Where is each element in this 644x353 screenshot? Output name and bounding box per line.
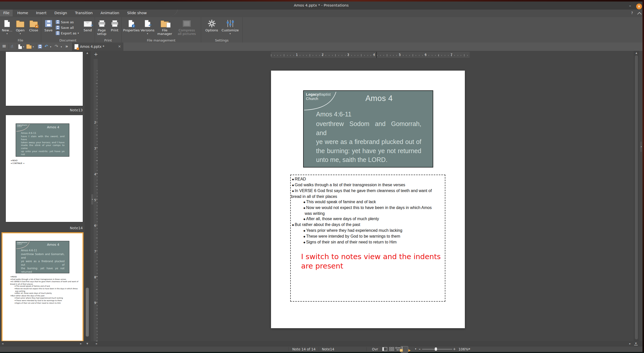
save-all-button[interactable]: Save all <box>56 25 81 30</box>
scroll-up-icon[interactable]: ▲ <box>85 51 89 54</box>
properties-button[interactable]: i Properties <box>123 19 140 32</box>
document-tab-title: Amos 4.pptx * <box>80 45 104 49</box>
ruler-number: 2 <box>94 120 96 124</box>
zoom-in-button[interactable]: + <box>453 347 456 351</box>
scroll-left-icon[interactable]: ◄ <box>1 342 5 345</box>
ruler-number: 3 <box>94 147 96 150</box>
note14-thumbnail-selected[interactable]: LegacyBaptist Church Amos 4 Amos 4:6-11 … <box>2 232 84 342</box>
ribbon-group-label: File <box>0 38 41 42</box>
main-vertical-scrollbar[interactable]: ▲ <box>634 51 639 341</box>
slide-reference: Amos 4:6-11 <box>21 132 36 134</box>
tab-close-icon[interactable]: × <box>118 44 121 48</box>
ribbon-group-print: Page setup Print Print <box>95 17 121 43</box>
menu-insert[interactable]: Insert <box>33 10 50 16</box>
dropdown-icon[interactable]: ▾ <box>78 32 79 34</box>
status-insert-mode[interactable]: Ovr <box>372 347 378 351</box>
notes-text-box[interactable]: ◆READ ◆God walks through a list of their… <box>290 175 445 302</box>
horizontal-ruler[interactable]: 1 2 3 4 5 6 7 <box>271 52 470 58</box>
menu-animation[interactable]: Animation <box>97 10 122 16</box>
note-thumbnail-partial[interactable] <box>6 52 83 106</box>
main-scroll-right-icon[interactable]: ► <box>628 342 632 345</box>
zoom-slider-thumb[interactable] <box>435 347 437 351</box>
close-button[interactable]: × <box>636 4 642 9</box>
dropdown-icon[interactable]: ▾ <box>147 32 148 35</box>
ruler-number: 4 <box>94 172 96 176</box>
view-slide-sorter-button[interactable] <box>389 347 394 351</box>
customize-button[interactable]: Customize ▾ <box>220 19 240 35</box>
page-setup-button[interactable]: Page setup <box>95 19 108 36</box>
ruler-number: 5 <box>94 198 96 202</box>
options-button[interactable]: Options <box>203 19 220 32</box>
file-manager-button[interactable]: File manager <box>155 19 174 36</box>
menu-slideshow[interactable]: Slide show <box>124 10 150 16</box>
dropdown-icon[interactable]: ▾ <box>230 32 231 35</box>
horizontal-scrollbar-row: ◄ ► ▼ ◄ ► ▼ <box>0 341 642 346</box>
dropdown-icon[interactable]: ▾ <box>20 32 21 35</box>
panel-collapse-handle[interactable]: ◂ <box>91 194 94 205</box>
main-scrollbar-thumb[interactable] <box>635 55 638 339</box>
zoom-out-button[interactable]: – <box>419 347 421 351</box>
menu-file[interactable]: File <box>0 10 13 16</box>
note13-notes-text: ▪READ ▪CONTINUE → <box>11 159 24 165</box>
menu-home[interactable]: Home <box>14 10 31 16</box>
menu-transition[interactable]: Transition <box>72 10 96 16</box>
menubar-swoosh <box>154 10 178 17</box>
slide-body: overthrew Sodom and Gomorrah, and ye wer… <box>21 253 65 273</box>
gear-icon <box>208 19 216 28</box>
panel-scrollbar[interactable]: ▲ <box>85 51 90 341</box>
main-scroll-left-icon[interactable]: ◄ <box>94 342 98 345</box>
dropdown-icon[interactable]: ▾ <box>23 46 24 48</box>
toolbar-overflow-icon[interactable]: » <box>65 44 68 49</box>
view-normal-button[interactable] <box>382 347 387 351</box>
send-button[interactable]: ➔ Send <box>81 19 95 32</box>
dropdown-icon[interactable]: ▾ <box>61 46 62 48</box>
zoom-slider-track[interactable] <box>422 349 452 349</box>
vertical-ruler[interactable]: 2 3 4 5 6 7 8 9 <box>94 59 98 341</box>
dropdown-icon[interactable]: ▾ <box>33 46 34 48</box>
open-button[interactable]: Open ▾ <box>14 19 27 35</box>
minimize-button[interactable]: – <box>628 4 632 8</box>
ruler-number: 7 <box>94 250 96 253</box>
ribbon-group-file: New… ▾ Open ▾ × Close File <box>0 17 41 43</box>
slideshow-dropdown-icon[interactable]: ▾ <box>415 347 416 350</box>
dropdown-icon[interactable]: ▾ <box>50 46 51 48</box>
scroll-up-icon[interactable]: ▲ <box>634 51 638 54</box>
slide-reference: Amos 4:6-11 <box>21 249 37 252</box>
slide-image[interactable]: LegacyBaptist Church Amos 4 Amos 4:6-11 … <box>303 90 433 168</box>
view-notes-button[interactable] <box>402 347 402 351</box>
print-button[interactable]: Print <box>108 19 121 32</box>
ruler-origin-crosshair[interactable]: + <box>94 51 98 57</box>
save-button[interactable]: Save <box>41 19 56 32</box>
new-document-icon[interactable] <box>18 44 22 50</box>
help-icon[interactable]: ? <box>631 11 633 15</box>
export-as-button[interactable]: Export as ▾ <box>56 31 81 35</box>
document-tab[interactable]: Amos 4.pptx * × <box>72 43 123 51</box>
close-document-button[interactable]: × Close <box>27 19 40 32</box>
redo-icon[interactable]: ↷ <box>55 44 58 49</box>
titlebar[interactable]: Amos 4.pptx * - Presentations – × <box>0 2 642 10</box>
menu-design[interactable]: Design <box>51 10 70 16</box>
hand-pointer-icon[interactable]: ☝ <box>11 44 13 49</box>
panel-splitter[interactable]: ◂ <box>90 51 94 346</box>
collapse-ribbon-icon[interactable] <box>637 12 642 16</box>
zoom-percent[interactable]: 106% <box>459 347 468 351</box>
hamburger-menu-icon[interactable]: ≡ <box>2 43 6 49</box>
statusbar-overflow-icon[interactable]: » <box>468 347 470 351</box>
versions-button[interactable]: ↶ Versions ▾ <box>140 19 155 35</box>
new-button[interactable]: New… ▾ <box>1 19 14 35</box>
church-logo: LegacyBaptist Church <box>17 124 27 128</box>
dropdown-icon[interactable]: ▾ <box>7 32 8 35</box>
sidebar-collapse-handle[interactable]: ◂ <box>640 141 642 152</box>
scroll-right-icon[interactable]: ► <box>79 342 83 345</box>
note13-thumbnail[interactable]: LegacyBaptist Church Amos 4 Amos 4:6-11 … <box>6 115 83 222</box>
panel-scroll-down-icon[interactable]: ▼ <box>85 342 89 345</box>
ruler-number: 8 <box>94 275 96 279</box>
open-folder-icon[interactable] <box>26 45 32 50</box>
note13-label: Note13 <box>32 108 83 112</box>
undo-icon[interactable]: ↶ <box>45 44 48 49</box>
panel-scrollbar-thumb[interactable] <box>86 288 89 337</box>
save-icon[interactable] <box>38 45 42 50</box>
save-as-button[interactable]: Save as <box>56 20 81 24</box>
scroll-end-icon[interactable]: ▼ <box>634 342 638 345</box>
note14-notes-text: ◆READ ◆God walks through a list of their… <box>10 276 78 304</box>
